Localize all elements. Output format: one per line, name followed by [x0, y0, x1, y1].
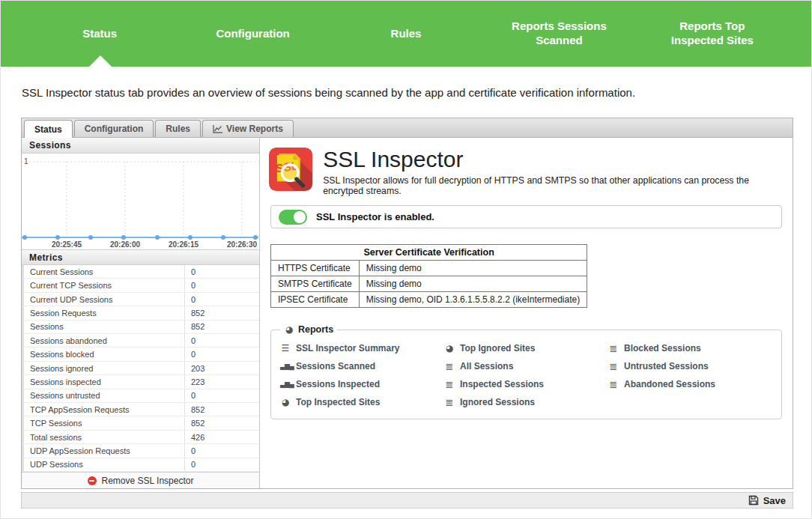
- certificate-value: Missing demo, OID 1.3.6.1.5.5.8.2.2 (ike…: [359, 292, 587, 308]
- metric-row: Current UDP Sessions 0: [22, 293, 259, 306]
- metric-value: 0: [185, 460, 196, 469]
- metric-row: UDP AppSession Requests 0: [22, 444, 259, 458]
- remove-ssl-inspector-button[interactable]: Remove SSL Inspector: [22, 472, 259, 488]
- report-link[interactable]: ☰ SSL Inspector Summary: [280, 339, 444, 357]
- report-link-label: Sessions Inspected: [296, 379, 380, 389]
- certificate-row: HTTPS Certificate Missing demo: [271, 261, 587, 276]
- footer-bar: Save: [21, 492, 793, 509]
- app-tab-label: Configuration: [85, 124, 144, 134]
- metric-name: Sessions ignored: [24, 362, 185, 374]
- metric-value: 852: [185, 419, 204, 428]
- report-link[interactable]: ▃▆▄ Sessions Inspected: [280, 375, 444, 393]
- certificate-row: SMTPS Certificate Missing demo: [271, 276, 587, 292]
- enabled-status-box: SSL Inspector is enabled.: [270, 205, 782, 228]
- remove-icon: [88, 476, 97, 485]
- metric-value: 0: [185, 391, 196, 400]
- right-column: SSL SSL Inspector SSL Inspector allows f…: [260, 138, 793, 488]
- report-link-label: Untrusted Sessions: [624, 361, 709, 371]
- report-link[interactable]: ≣ Inspected Sessions: [444, 375, 608, 393]
- top-nav-tab[interactable]: Status: [23, 27, 176, 41]
- metric-value: 852: [185, 309, 204, 318]
- metric-value: 203: [185, 364, 204, 373]
- app-panel: Status Configuration Rules View Reports: [21, 118, 793, 489]
- report-link[interactable]: ◕ Top Inspected Sites: [280, 393, 444, 411]
- reports-legend: ◕ Reports: [280, 324, 337, 335]
- report-icon: ≣: [608, 343, 619, 354]
- metric-name: TCP Sessions: [24, 416, 185, 429]
- page-intro: SSL Inspector status tab provides an ove…: [22, 86, 790, 99]
- report-link[interactable]: ◕ Top Ignored Sites: [444, 339, 608, 357]
- metric-value: 0: [185, 295, 196, 304]
- metric-row: Sessions blocked 0: [22, 347, 259, 361]
- top-nav-tab[interactable]: Rules: [330, 27, 482, 41]
- report-link-label: Ignored Sessions: [460, 397, 535, 407]
- report-icon: ≣: [608, 361, 619, 372]
- metric-name: TCP AppSession Requests: [24, 403, 185, 416]
- report-icon: ≣: [608, 379, 619, 390]
- app-tab[interactable]: Status: [24, 120, 73, 138]
- report-icon: ≣: [444, 361, 455, 372]
- sessions-header: Sessions: [22, 138, 259, 154]
- report-link-label: Blocked Sessions: [624, 343, 701, 353]
- reports-title: Reports: [298, 324, 333, 335]
- report-link[interactable]: ≣ Ignored Sessions: [444, 393, 608, 411]
- certificate-table-title: Server Certificate Verification: [271, 245, 587, 261]
- top-nav-tab[interactable]: Configuration: [176, 27, 329, 41]
- app-tab[interactable]: Rules: [155, 120, 201, 137]
- top-nav-tab[interactable]: Reports Sessions Scanned: [482, 19, 635, 48]
- report-link[interactable]: ≣ All Sessions: [444, 357, 608, 375]
- x-axis-tick: 20:26:30: [227, 240, 257, 249]
- power-toggle[interactable]: [279, 210, 307, 225]
- certificate-row: IPSEC Certificate Missing demo, OID 1.3.…: [271, 292, 587, 308]
- metric-name: Current TCP Sessions: [24, 279, 185, 291]
- app-tab-label: View Reports: [226, 124, 283, 134]
- certificate-value: Missing demo: [359, 261, 587, 276]
- left-column: Sessions 1: [22, 138, 260, 488]
- app-tab-label: Rules: [166, 124, 190, 134]
- metric-name: Current Sessions: [24, 265, 185, 278]
- report-link-label: Top Ignored Sites: [460, 343, 535, 353]
- report-link-label: All Sessions: [460, 361, 513, 371]
- metric-name: UDP AppSession Requests: [24, 444, 185, 457]
- report-links: ☰ SSL Inspector Summary ▃▆▄ Sessions Sca…: [280, 336, 772, 411]
- metric-name: Sessions inspected: [24, 375, 185, 388]
- metric-name: Sessions untrusted: [24, 389, 185, 402]
- brand-text: SSL Inspector SSL Inspector allows for f…: [323, 145, 784, 196]
- certificate-label: HTTPS Certificate: [271, 261, 360, 276]
- report-link-label: Abandoned Sessions: [624, 379, 715, 389]
- certificate-value: Missing demo: [359, 276, 587, 292]
- report-link[interactable]: ≣ Untrusted Sessions: [608, 357, 772, 375]
- x-axis-tick: 20:25:45: [52, 240, 82, 249]
- app-tab[interactable]: Configuration: [74, 120, 154, 137]
- app-title: SSL Inspector: [323, 147, 784, 172]
- x-axis-tick: 20:26:00: [110, 240, 140, 249]
- y-axis-tick: 1: [24, 157, 28, 166]
- metric-value: 0: [185, 336, 196, 345]
- report-link[interactable]: ≣ Blocked Sessions: [608, 339, 772, 357]
- metric-name: Sessions blocked: [24, 347, 185, 360]
- metric-value: 852: [185, 405, 204, 414]
- report-link[interactable]: ▃▆▄ Sessions Scanned: [280, 357, 444, 375]
- brand-row: SSL SSL Inspector SSL Inspector allows f…: [269, 145, 784, 196]
- metric-name: Sessions: [24, 321, 185, 333]
- metric-value: 426: [185, 433, 204, 442]
- app-tagline: SSL Inspector allows for full decryption…: [323, 175, 784, 196]
- report-link[interactable]: ≣ Abandoned Sessions: [608, 375, 772, 393]
- metric-row: Sessions abandoned 0: [22, 334, 259, 347]
- report-icon: ▃▆▄: [280, 380, 291, 388]
- metric-row: TCP Sessions 852: [22, 416, 259, 430]
- metric-name: UDP Sessions: [24, 458, 185, 471]
- save-button[interactable]: Save: [748, 495, 786, 506]
- certificate-label: IPSEC Certificate: [271, 292, 360, 308]
- metric-row: UDP Sessions 0: [22, 458, 259, 472]
- app-tab[interactable]: View Reports: [202, 120, 294, 137]
- top-nav-tab[interactable]: Reports Top Inspected Sites: [636, 19, 789, 48]
- metric-row: Sessions ignored 203: [22, 362, 259, 375]
- report-icon: ◕: [444, 343, 455, 353]
- ssl-inspector-page: Status Configuration Rules Reports Sessi…: [0, 0, 812, 519]
- report-icon: ☰: [280, 343, 291, 353]
- enabled-status-text: SSL Inspector is enabled.: [316, 211, 434, 222]
- remove-label: Remove SSL Inspector: [102, 476, 194, 486]
- metric-value: 0: [185, 267, 196, 276]
- active-tab-arrow: [89, 55, 112, 67]
